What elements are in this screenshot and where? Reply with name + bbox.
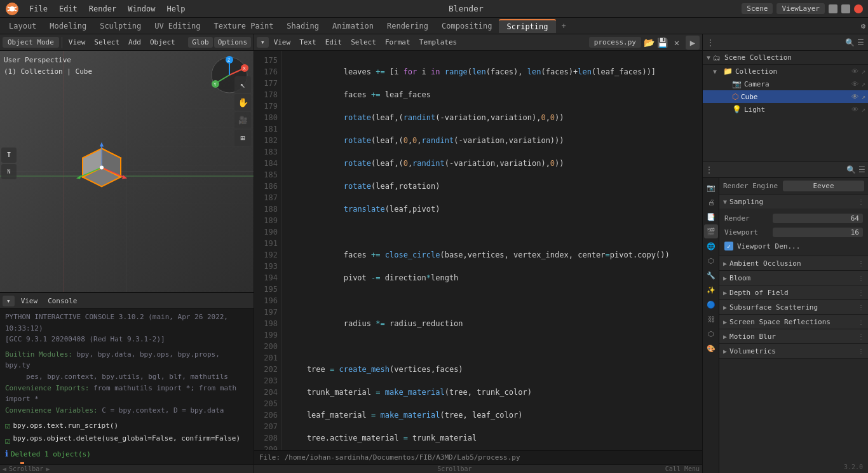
close-file-btn[interactable]: ✕ xyxy=(670,36,683,49)
light-hide-icon[interactable]: 👁 xyxy=(851,106,858,114)
code-text-menu[interactable]: Text xyxy=(295,37,320,48)
props-view-layer-icon[interactable]: 📑 xyxy=(704,210,718,224)
grid-tool[interactable]: ⊞ xyxy=(234,130,251,146)
console-mode-selector[interactable]: ▾ xyxy=(3,296,15,306)
section-dof-header[interactable]: ▶ Depth of Field ⋮ xyxy=(719,285,868,299)
grab-tool[interactable]: ✋ xyxy=(234,94,251,111)
props-world-icon[interactable]: 🌐 xyxy=(704,239,718,253)
run-script-btn[interactable]: ▶ xyxy=(686,36,700,50)
console-btn[interactable]: Console xyxy=(44,296,81,306)
menu-render[interactable]: Render xyxy=(84,3,121,15)
light-select-icon[interactable]: ↗ xyxy=(861,106,865,114)
cube-item[interactable]: ⬡ Cube 👁 ↗ xyxy=(703,90,868,103)
code-content[interactable]: leaves += [i for i in range(len(faces), … xyxy=(282,51,702,450)
tab-texture-paint[interactable]: Texture Paint xyxy=(207,20,280,32)
cube-select-icon[interactable]: ↗ xyxy=(861,93,865,101)
camera-select-icon[interactable]: ↗ xyxy=(861,80,865,88)
tab-shading[interactable]: Shading xyxy=(280,20,325,32)
view-btn[interactable]: View xyxy=(17,296,42,306)
props-output-icon[interactable]: 🖨 xyxy=(704,195,718,209)
props-mode-icon[interactable]: ⋮ xyxy=(705,165,713,174)
menu-edit[interactable]: Edit xyxy=(54,3,83,15)
code-edit-menu[interactable]: Edit xyxy=(322,37,346,48)
menu-file[interactable]: File xyxy=(24,3,53,15)
save-file-btn[interactable]: 💾 xyxy=(657,38,668,48)
add-menu-btn[interactable]: Add xyxy=(125,37,145,48)
view-layer-selector[interactable]: ViewLayer xyxy=(776,3,825,14)
file-selector[interactable]: process.py xyxy=(589,37,641,48)
outliner-filter-icon[interactable]: ☰ xyxy=(857,38,864,47)
props-physics-icon[interactable]: 🔵 xyxy=(704,298,718,312)
outliner-search-icon[interactable]: 🔍 xyxy=(845,38,855,47)
code-scrollbar[interactable]: Scrollbar Call Menu xyxy=(254,464,702,473)
global-options-icon[interactable]: ⚙ xyxy=(861,22,865,31)
light-item[interactable]: 💡 Light 👁 ↗ xyxy=(703,103,868,116)
section-motionblur-header[interactable]: ▶ Motion Blur ⋮ xyxy=(719,329,868,343)
object-mode-selector[interactable]: Object Mode xyxy=(3,37,59,48)
props-constraints-icon[interactable]: ⛓ xyxy=(704,312,718,326)
viewport-value-field[interactable]: 16 xyxy=(773,228,863,237)
section-ao-header[interactable]: ▶ Ambient Occlusion ⋮ xyxy=(719,256,868,270)
camera-item[interactable]: 📷 Camera 👁 ↗ xyxy=(703,78,868,90)
props-scene-icon[interactable]: 🎬 xyxy=(704,224,718,238)
camera-hide-icon[interactable]: 👁 xyxy=(851,80,858,88)
tab-uv-editing[interactable]: UV Editing xyxy=(148,20,207,32)
code-templates-menu[interactable]: Templates xyxy=(416,37,461,48)
transform-tool[interactable]: T xyxy=(1,147,17,163)
section-sss-header[interactable]: ▶ Subsurface Scattering ⋮ xyxy=(719,300,868,314)
tab-scripting[interactable]: Scripting xyxy=(499,19,555,33)
window-close[interactable] xyxy=(854,4,863,13)
tab-modeling[interactable]: Modeling xyxy=(43,20,93,32)
menu-window[interactable]: Window xyxy=(123,3,160,15)
open-file-btn[interactable]: 📂 xyxy=(644,38,654,48)
selected-cube[interactable] xyxy=(70,139,133,204)
props-object-icon[interactable]: ⬡ xyxy=(704,254,718,268)
code-view-menu[interactable]: View xyxy=(270,37,295,48)
scene-selector[interactable]: Scene xyxy=(742,3,773,14)
xyz-widget[interactable]: N xyxy=(1,164,17,179)
tab-compositing[interactable]: Compositing xyxy=(435,20,498,32)
view-menu-btn[interactable]: View xyxy=(65,37,90,48)
bottom-scrollbar-left[interactable]: ◀ Scrollbar ▶ xyxy=(0,464,254,473)
tab-animation[interactable]: Animation xyxy=(326,20,380,32)
cube-hide-icon[interactable]: 👁 xyxy=(851,93,858,101)
tab-rendering[interactable]: Rendering xyxy=(381,20,435,32)
collection-select-icon[interactable]: ↗ xyxy=(861,67,865,76)
tab-add[interactable]: + xyxy=(557,20,571,32)
outliner-mode-icon[interactable]: ⋮ xyxy=(707,38,714,47)
tab-layout[interactable]: Layout xyxy=(3,20,43,32)
props-search-icon[interactable]: 🔍 xyxy=(846,165,856,174)
render-value-field[interactable]: 64 xyxy=(773,214,863,223)
props-modifier-icon[interactable]: 🔧 xyxy=(704,268,718,282)
section-bloom-header[interactable]: ▶ Bloom ⋮ xyxy=(719,271,868,285)
viewport-denoise-checkbox[interactable]: ✓ xyxy=(724,242,733,250)
section-volumetrics-header[interactable]: ▶ Volumetrics ⋮ xyxy=(719,344,868,358)
collection-hide-icon[interactable]: 👁 xyxy=(851,67,858,76)
props-filter-icon[interactable]: ☰ xyxy=(858,165,865,174)
tab-sculpting[interactable]: Sculpting xyxy=(93,20,147,32)
menu-help[interactable]: Help xyxy=(162,3,191,15)
call-menu-btn[interactable]: Call Menu xyxy=(665,465,700,472)
code-editor-body[interactable]: 175176177178179 180181182183184 18518618… xyxy=(254,51,702,450)
select-menu-btn[interactable]: Select xyxy=(90,37,123,48)
select-tool[interactable]: ↖ xyxy=(234,76,251,93)
object-menu-btn[interactable]: Object xyxy=(146,37,179,48)
window-minimize[interactable] xyxy=(829,4,837,13)
props-materials-icon[interactable]: 🎨 xyxy=(704,341,718,355)
options-btn[interactable]: Options xyxy=(214,37,251,48)
props-particles-icon[interactable]: ✨ xyxy=(704,283,718,297)
scene-collection-header[interactable]: ▼ 🗂 Scene Collection xyxy=(703,51,868,65)
collection-item[interactable]: ▼ 📁 Collection 👁 ↗ xyxy=(703,65,868,78)
props-data-icon[interactable]: ⬡ xyxy=(704,327,718,341)
window-maximize[interactable] xyxy=(841,4,850,13)
code-format-menu[interactable]: Format xyxy=(381,37,414,48)
code-select-menu[interactable]: Select xyxy=(347,37,380,48)
render-engine-selector[interactable]: Eevee xyxy=(783,181,864,191)
global-local-selector[interactable]: Glob xyxy=(188,37,213,48)
viewport-canvas[interactable]: User Perspective (1) Collection | Cube xyxy=(0,51,254,292)
code-mode-selector[interactable]: ▾ xyxy=(257,37,269,48)
section-sampling-header[interactable]: ▼ Sampling ⋮ xyxy=(719,195,868,209)
camera-tool[interactable]: 🎥 xyxy=(234,112,251,128)
props-render-icon[interactable]: 📷 xyxy=(704,181,718,195)
section-ssr-header[interactable]: ▶ Screen Space Reflections ⋮ xyxy=(719,315,868,329)
